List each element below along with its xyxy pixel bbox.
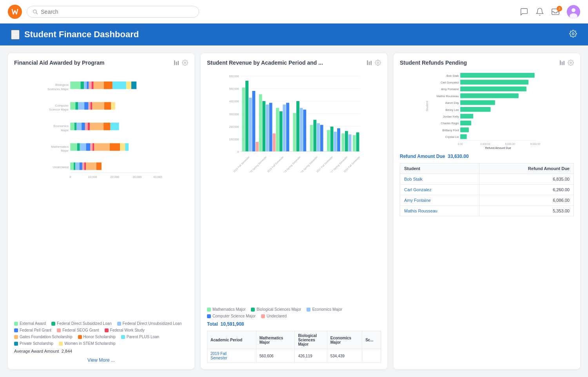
svg-rect-47 (103, 123, 111, 130)
chart-icon[interactable] (366, 60, 372, 66)
page-settings-icon[interactable] (569, 30, 577, 39)
view-more-link[interactable]: View More ... (14, 357, 188, 363)
svg-text:30,000: 30,000 (133, 175, 142, 179)
svg-rect-33 (78, 102, 84, 110)
table-row: Mathis Rousseau 5,353.00 (400, 206, 574, 216)
refunds-card: Student Refunds Pending Student Bob Stal… (394, 53, 580, 369)
chart-icon[interactable] (559, 60, 565, 66)
svg-rect-108 (303, 110, 306, 152)
back-button[interactable]: ← (11, 30, 20, 40)
inbox-icon[interactable]: 3 (551, 7, 560, 16)
col-student: Student (400, 163, 479, 174)
settings-icon[interactable] (568, 60, 574, 66)
svg-text:2017 Fall Semester: 2017 Fall Semester (316, 155, 334, 172)
period-cell[interactable]: 2019 FallSemester (207, 349, 256, 363)
svg-rect-62 (80, 163, 82, 170)
svg-rect-115 (334, 132, 337, 151)
settings-icon[interactable] (375, 60, 381, 66)
financial-aid-legend: External Award Federal Direct Subsidized… (14, 321, 188, 346)
svg-rect-41 (74, 123, 76, 130)
svg-rect-140 (460, 87, 526, 91)
svg-text:2019 Spring Semester: 2019 Spring Semester (281, 155, 301, 172)
svg-rect-43 (82, 123, 85, 130)
legend-item: Mathematics Major (207, 307, 245, 312)
svg-text:0: 0 (69, 175, 71, 179)
avg-award: Average Award Amount 2,844 (14, 349, 188, 353)
svg-rect-103 (283, 105, 286, 152)
refunds-actions[interactable] (559, 60, 574, 66)
math-cell: 560,606 (256, 349, 295, 363)
search-box[interactable] (27, 6, 199, 18)
financial-aid-chart: Biological Sciences Major Computer Scien… (14, 71, 188, 317)
svg-text:0.00: 0.00 (458, 143, 463, 145)
user-avatar[interactable] (567, 5, 580, 18)
svg-rect-112 (320, 125, 323, 152)
student-name[interactable]: Bob Stalk (400, 174, 479, 185)
svg-rect-138 (460, 80, 528, 84)
svg-rect-49 (70, 143, 77, 151)
svg-text:400,000: 400,000 (229, 100, 239, 103)
refund-amount-cell: 6,835.00 (479, 174, 573, 185)
settings-icon[interactable] (182, 60, 188, 66)
refund-amount-cell: 6,086.00 (479, 195, 573, 206)
svg-text:3,000.00: 3,000.00 (480, 143, 490, 145)
svg-rect-110 (313, 120, 316, 152)
refund-amount-cell: 6,260.00 (479, 185, 573, 195)
svg-point-4 (572, 8, 575, 12)
svg-text:40,000: 40,000 (153, 175, 162, 179)
legend-item: Federal Direct Unsubsidized Loan (117, 321, 182, 326)
svg-rect-120 (353, 135, 356, 152)
inbox-badge: 3 (557, 6, 562, 11)
svg-text:Charles Regis: Charles Regis (441, 121, 459, 125)
svg-rect-9 (178, 61, 179, 65)
legend-item: Women in STEM Scholarship (59, 341, 115, 346)
svg-text:20,000: 20,000 (111, 175, 120, 179)
svg-rect-35 (89, 102, 91, 110)
col-refund: Refund Amount Due (479, 163, 573, 174)
svg-text:Jordan Kelly: Jordan Kelly (443, 115, 459, 118)
svg-rect-131 (562, 62, 563, 65)
svg-line-1 (36, 13, 37, 14)
page-title: Student Finance Dashboard (24, 29, 139, 40)
svg-rect-32 (75, 102, 78, 110)
chat-icon[interactable] (520, 7, 528, 16)
refunds-chart: Student Bob Stalk Carl Gonzalez Amy Font… (400, 71, 574, 150)
legend-item: Biological Sciences Major (251, 307, 301, 312)
svg-text:Science Major: Science Major (49, 108, 69, 111)
student-name[interactable]: Carl Gonzalez (400, 185, 479, 195)
legend-item: Undeclared (261, 314, 287, 318)
student-name[interactable]: Amy Fontaine (400, 195, 479, 206)
svg-rect-39 (111, 102, 115, 110)
svg-rect-54 (93, 143, 94, 151)
revenue-total: Total 10,591,908 (207, 321, 381, 327)
financial-aid-actions[interactable] (173, 60, 188, 66)
svg-text:Crystal Lin: Crystal Lin (445, 135, 459, 139)
bio-cell: 426,119 (295, 349, 327, 363)
search-input[interactable] (41, 9, 193, 15)
svg-rect-34 (84, 102, 89, 110)
legend-item: Honor Scholarship (78, 335, 116, 339)
svg-rect-136 (460, 73, 535, 78)
svg-rect-152 (460, 127, 469, 132)
svg-text:Biological: Biological (55, 83, 69, 87)
refund-amount-due: Refund Amount Due 33,630.00 (400, 154, 574, 159)
svg-text:Mathis Rousseau: Mathis Rousseau (437, 94, 459, 98)
revenue-actions[interactable] (366, 60, 381, 66)
svg-text:Amy Fontaine: Amy Fontaine (441, 87, 459, 91)
svg-rect-107 (300, 108, 303, 151)
refund-table: Student Refund Amount Due Bob Stalk 6,83… (400, 163, 574, 216)
chart-icon[interactable] (173, 60, 180, 66)
svg-rect-38 (104, 102, 111, 110)
svg-rect-48 (111, 123, 119, 130)
svg-rect-27 (104, 82, 113, 89)
refunds-header: Student Refunds Pending (400, 60, 574, 66)
svg-text:Brittany Ford: Brittany Ford (442, 129, 459, 132)
svg-rect-31 (70, 102, 75, 110)
bell-icon[interactable] (535, 7, 544, 16)
svg-rect-61 (75, 163, 80, 170)
svg-rect-22 (84, 82, 87, 89)
svg-rect-121 (356, 132, 359, 152)
logo[interactable] (8, 5, 22, 19)
svg-point-76 (377, 62, 379, 63)
student-name[interactable]: Mathis Rousseau (400, 206, 479, 216)
